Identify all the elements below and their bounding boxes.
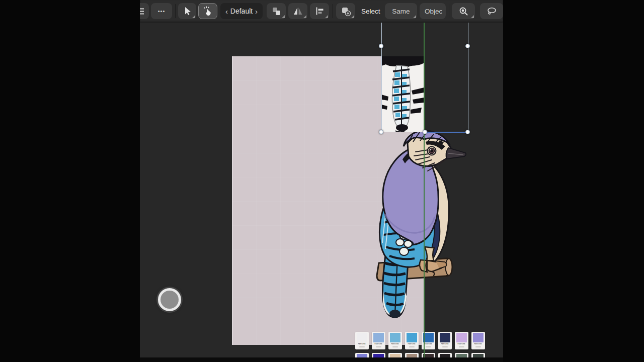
submenu-fold [325,15,328,18]
zoom-button[interactable] [452,3,475,19]
select-same-button[interactable]: Same [385,3,417,19]
preset-selector[interactable]: ‹ Default › [220,3,263,19]
pantone-chip[interactable]: PANTONE [355,353,369,357]
chip-color-square [373,333,384,342]
chip-code-line [459,346,464,347]
pantone-chip[interactable]: PANTONE [455,332,468,349]
selection-handle-bottom-right[interactable] [465,130,470,134]
selection-edge-bottom [381,132,425,132]
more-button[interactable]: ••• [151,3,172,19]
selection-edge-right [468,23,468,132]
align-left-icon [314,6,325,17]
chip-code-line [442,346,448,347]
tail-fragment-graphic [381,56,424,132]
pantone-swatch-row-2: PANTONEPANTONEPANTONEPANTONEPANTONEPANTO… [355,353,485,357]
selection-edge-bottom-right [425,132,468,133]
chip-color-square [423,333,434,342]
submenu-fold [413,15,416,18]
pantone-chip[interactable]: PANTONE [438,332,452,349]
align-button[interactable] [310,3,329,19]
letterbox-right [503,0,644,362]
letterbox-left [0,0,140,362]
chip-color-square [390,354,400,357]
menu-icon [140,6,145,17]
touch-indicator [158,288,181,311]
chevron-left-icon[interactable]: ‹ [225,8,228,15]
pantone-chip[interactable]: PANTONE [471,353,485,357]
add-shape-button[interactable] [336,3,355,19]
arrange-button[interactable] [267,3,286,19]
blue-jay-artwork[interactable] [356,128,472,324]
mirror-flip-icon [292,6,303,17]
chip-brand-label: PANTONE [375,343,382,344]
flip-button[interactable] [288,3,307,19]
snap-guide-line [424,23,425,357]
hand-sparkle-icon [202,6,213,17]
chip-color-square [456,333,467,342]
pantone-swatch-row-1: PANTONEPANTONEPANTONEPANTONEPANTONEPANTO… [355,332,485,349]
chip-code-line [426,346,431,347]
chip-color-square [440,333,450,342]
chip-brand-label: PANTONE [425,343,432,344]
pantone-chip[interactable]: PANTONE [455,353,468,357]
magic-hand-tool-button[interactable] [198,3,217,19]
chip-brand-label: PANTONE [391,343,399,344]
ellipsis-icon: ••• [158,8,166,14]
select-object-button[interactable]: Objec [420,3,446,19]
chip-color-square [357,333,367,342]
menu-button[interactable] [140,3,149,19]
chevron-right-icon[interactable]: › [255,8,258,15]
selection-handle-mid-left[interactable] [379,44,383,48]
pantone-chip[interactable]: PANTONE [388,332,402,349]
chip-color-square [357,354,367,357]
selected-image-fragment[interactable] [381,56,424,132]
top-toolbar: ••• ‹ Default › [140,0,503,23]
chip-code-line [409,346,415,347]
preset-label: Default [230,7,253,15]
toolbar-separator [175,4,176,18]
pantone-chip[interactable]: PANTONE [355,332,369,349]
pantone-chip[interactable]: PANTONE [372,332,385,349]
chip-color-square [407,333,417,342]
chip-color-square [456,354,467,357]
pantone-chip[interactable]: PANTONE [438,353,452,357]
screen: ••• ‹ Default › [0,0,644,362]
chip-brand-label: PANTONE [358,343,366,344]
magnifier-icon [458,6,469,17]
chip-color-square [440,354,450,357]
shape-plus-icon [340,6,351,17]
pantone-chip[interactable]: PANTONE [471,332,485,349]
lasso-button[interactable] [480,3,503,19]
chip-code-line [376,346,381,347]
pantone-chip[interactable]: PANTONE [405,332,419,349]
chip-color-square [407,354,417,357]
selection-handle-bottom-center[interactable] [423,130,427,134]
lasso-icon [486,6,498,17]
overlap-squares-icon [271,6,282,17]
pantone-chip[interactable]: PANTONE [388,353,402,357]
pantone-chip[interactable]: PANTONE [372,353,385,357]
chip-brand-label: PANTONE [441,343,449,344]
chip-brand-label: PANTONE [458,343,465,344]
selection-edge-left [381,23,382,132]
select-tool-button[interactable] [178,3,196,19]
chip-color-square [423,354,434,357]
selection-handle-bottom-left[interactable] [379,130,383,134]
chip-code-line [392,346,398,347]
toolbar-separator [449,4,449,18]
pantone-chip[interactable]: PANTONE [405,353,419,357]
selection-handle-mid-right[interactable] [465,44,470,48]
chip-color-square [473,333,484,342]
submenu-fold [282,15,285,18]
chip-color-square [373,354,384,357]
chip-color-square [390,333,400,342]
chip-code-line [359,346,365,347]
letterbox-bottom [140,357,503,362]
submenu-fold [351,15,354,18]
submenu-fold [192,15,195,18]
submenu-fold [471,15,474,18]
chip-brand-label: PANTONE [474,343,482,344]
toolbar-separator [333,4,333,18]
chip-color-square [473,354,484,357]
canvas-viewport[interactable]: PANTONEPANTONEPANTONEPANTONEPANTONEPANTO… [140,23,503,357]
